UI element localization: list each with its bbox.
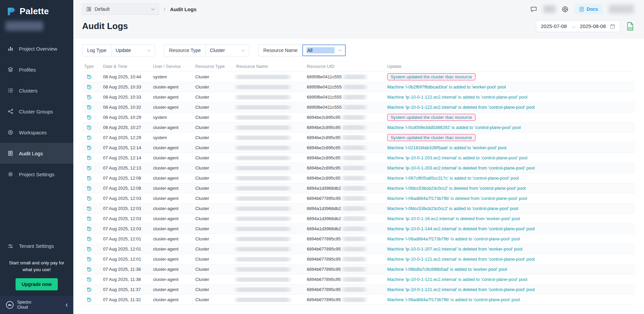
- log-type-value: Update: [116, 48, 144, 53]
- redacted-resource-name: [236, 95, 290, 100]
- cell-resource-uid: 6894be2c895c95: [305, 165, 385, 171]
- update-link[interactable]: Machine 'ip-10-0-1-121.ec2.internal' is …: [387, 277, 527, 282]
- app-logo[interactable]: Palette: [0, 0, 73, 20]
- table-row[interactable]: 08 Aug 2025, 10:29 system Cluster 6894be…: [82, 112, 635, 123]
- cell-resource-type: Cluster: [193, 297, 234, 302]
- sidebar-item-tenant-settings[interactable]: Tenant Settings: [0, 237, 73, 255]
- update-link[interactable]: Machine 'i-06ad884a7f173b79b' is deleted…: [387, 196, 527, 201]
- update-link[interactable]: Machine 'ip-10-0-1-121.ec2.internal' is …: [387, 287, 535, 292]
- cell-user: cluster-agent: [151, 206, 193, 211]
- chat-icon[interactable]: [530, 6, 537, 13]
- table-row[interactable]: 07 Aug 2025, 12:08 cluster-agent Cluster…: [82, 183, 635, 193]
- cell-resource-type: Cluster: [193, 206, 234, 211]
- update-link[interactable]: Machine 'i-06ad884a7f173b79b' is added t…: [387, 236, 520, 241]
- update-link[interactable]: Machine 'ip-10-0-1-121.ec2.internal' is …: [387, 257, 535, 262]
- update-link[interactable]: Machine 'ip-10-0-1-16.ec2.internal' is d…: [387, 216, 520, 221]
- table-row[interactable]: 07 Aug 2025, 12:01 cluster-agent Cluster…: [82, 244, 635, 254]
- update-link[interactable]: Machine 'i-067cf605a85cc317c' is added t…: [387, 176, 519, 181]
- export-csv-icon[interactable]: CSV: [626, 22, 634, 31]
- update-link[interactable]: Machine 'i-0b2f697f6dbcad3ce' is added t…: [387, 84, 506, 89]
- update-link[interactable]: System updated the cluster rbac resource: [387, 114, 475, 121]
- cell-user: cluster-agent: [151, 246, 193, 252]
- cell-type: [82, 155, 101, 161]
- cell-resource-type: Cluster: [193, 95, 234, 100]
- sidebar-item-profiles[interactable]: Profiles: [0, 59, 73, 80]
- sidebar-item-project-settings[interactable]: Project Settings: [0, 164, 73, 185]
- table-row[interactable]: 07 Aug 2025, 12:14 cluster-agent Cluster…: [82, 143, 635, 153]
- table-row[interactable]: 07 Aug 2025, 12:01 cluster-agent Cluster…: [82, 254, 635, 264]
- column-header-update: Update: [385, 64, 635, 69]
- docs-button[interactable]: Docs: [575, 4, 603, 15]
- cell-user: cluster-agent: [151, 165, 193, 171]
- resource-uid-text: 6894b677895c95: [307, 196, 341, 201]
- sidebar-item-clusters[interactable]: Clusters: [0, 80, 73, 101]
- date-range-picker[interactable]: 2025-07-08 → 2025-08-08: [536, 20, 620, 32]
- table-row[interactable]: 07 Aug 2025, 11:38 cluster-agent Cluster…: [82, 264, 635, 274]
- update-link[interactable]: Machine 'ip-10-0-1-203.ec2.internal' is …: [387, 165, 535, 171]
- resource-type-select[interactable]: Cluster: [206, 45, 249, 56]
- table-row[interactable]: 07 Aug 2025, 12:03 cluster-agent Cluster…: [82, 214, 635, 224]
- update-link[interactable]: Machine 'i-0cd009e3dd5388292' is added t…: [387, 125, 521, 130]
- update-link[interactable]: Machine 'i-06bdfa7c9c896b5ad' is added t…: [387, 267, 507, 272]
- update-link[interactable]: Machine 'i-06ad884a7f173b79b' is added t…: [387, 297, 520, 302]
- upgrade-now-button[interactable]: Upgrade now: [16, 278, 58, 290]
- table-row[interactable]: 07 Aug 2025, 11:37 cluster-agent Cluster…: [82, 285, 635, 295]
- table-row[interactable]: 07 Aug 2025, 12:03 cluster-agent Cluster…: [82, 204, 635, 214]
- table-row[interactable]: 07 Aug 2025, 12:08 cluster-agent Cluster…: [82, 173, 635, 183]
- table-row[interactable]: 07 Aug 2025, 12:14 cluster-agent Cluster…: [82, 153, 635, 163]
- table-row[interactable]: 07 Aug 2025, 12:29 system Cluster 6894be…: [82, 133, 635, 143]
- table-row[interactable]: 07 Aug 2025, 12:01 cluster-agent Cluster…: [82, 234, 635, 244]
- table-row[interactable]: 08 Aug 2025, 10:27 cluster-agent Cluster…: [82, 123, 635, 133]
- table-row[interactable]: 07 Aug 2025, 12:03 cluster-agent Cluster…: [82, 193, 635, 204]
- table-row[interactable]: 08 Aug 2025, 10:32 cluster-agent Cluster…: [82, 102, 635, 112]
- table-row[interactable]: 08 Aug 2025, 10:44 system Cluster 6895f8…: [82, 72, 635, 82]
- cell-resource-uid: 6894be2c895c95: [305, 125, 385, 130]
- update-link[interactable]: Machine 'ip-10-0-1-122.ec2.internal' is …: [387, 105, 535, 110]
- history-icon: [86, 95, 92, 100]
- redacted-uid-tail: [343, 277, 365, 282]
- redacted-uid-tail: [343, 237, 365, 241]
- table-row[interactable]: 07 Aug 2025, 11:38 cluster-agent Cluster…: [82, 274, 635, 285]
- update-link[interactable]: Machine 'i-0fdcc53bcb23c0cc2' is added t…: [387, 206, 518, 211]
- project-selector[interactable]: Default: [82, 3, 159, 15]
- table-row[interactable]: 08 Aug 2025, 10:33 cluster-agent Cluster…: [82, 82, 635, 92]
- cell-date: 08 Aug 2025, 10:27: [101, 125, 151, 130]
- redacted-uid-tail: [343, 115, 365, 120]
- table-row[interactable]: 08 Aug 2025, 10:33 cluster-agent Cluster…: [82, 92, 635, 102]
- cell-date: 07 Aug 2025, 12:01: [101, 236, 151, 241]
- sidebar-item-project-overview[interactable]: Project Overview: [0, 38, 73, 59]
- update-link[interactable]: Machine 'ip-10-0-1-207.ec2.internal' is …: [387, 246, 522, 252]
- resource-uid-text: 6894be2c895c95: [307, 165, 341, 171]
- layers-icon: [7, 66, 14, 73]
- update-link[interactable]: Machine 'ip-10-0-1-122.ec2.internal' is …: [387, 95, 527, 100]
- cell-date: 08 Aug 2025, 10:32: [101, 105, 151, 110]
- update-link[interactable]: Machine 'i-02181bfab328f5aab' is added t…: [387, 145, 506, 150]
- table-body: 08 Aug 2025, 10:44 system Cluster 6895f8…: [82, 72, 635, 305]
- update-link[interactable]: Machine 'ip-10-0-1-203.ec2.internal' is …: [387, 155, 527, 160]
- update-link[interactable]: Machine 'i-0fdcc53bcb23c0cc2' is deleted…: [387, 186, 526, 191]
- redacted-resource-name: [236, 237, 290, 241]
- table-row[interactable]: 07 Aug 2025, 12:03 cluster-agent Cluster…: [82, 224, 635, 234]
- table-row[interactable]: 07 Aug 2025, 12:13 cluster-agent Cluster…: [82, 163, 635, 173]
- history-icon: [86, 196, 92, 201]
- history-icon: [86, 165, 92, 171]
- update-link[interactable]: System updated the cluster rbac resource: [387, 73, 475, 80]
- table-row[interactable]: 07 Aug 2025, 11:32 cluster-agent Cluster…: [82, 295, 635, 305]
- update-link[interactable]: System updated the cluster rbac resource: [387, 134, 475, 141]
- sidebar-item-label: Audit Logs: [19, 151, 43, 156]
- sidebar-item-audit-logs[interactable]: Audit Logs: [0, 143, 73, 164]
- cell-user: cluster-agent: [151, 145, 193, 150]
- collapse-sidebar-chevron-icon[interactable]: ‹: [66, 301, 68, 309]
- update-link[interactable]: Machine 'ip-10-0-1-144.ec2.internal' is …: [387, 226, 535, 231]
- redacted-resource-name: [236, 247, 290, 252]
- cell-resource-uid: 6894b677895c95: [305, 297, 385, 302]
- cell-date: 07 Aug 2025, 11:38: [101, 277, 151, 282]
- sidebar-item-cluster-groups[interactable]: Cluster Groups: [0, 101, 73, 122]
- cell-user: cluster-agent: [151, 176, 193, 181]
- log-type-select[interactable]: Update: [112, 45, 155, 56]
- resource-uid-text: 6894be2c895c95: [307, 145, 341, 150]
- sidebar: Palette Project Overview Profiles: [0, 0, 73, 314]
- resource-name-select[interactable]: All: [302, 45, 346, 56]
- lifebuoy-help-icon[interactable]: [562, 6, 569, 13]
- sidebar-item-workspaces[interactable]: Workspaces: [0, 122, 73, 143]
